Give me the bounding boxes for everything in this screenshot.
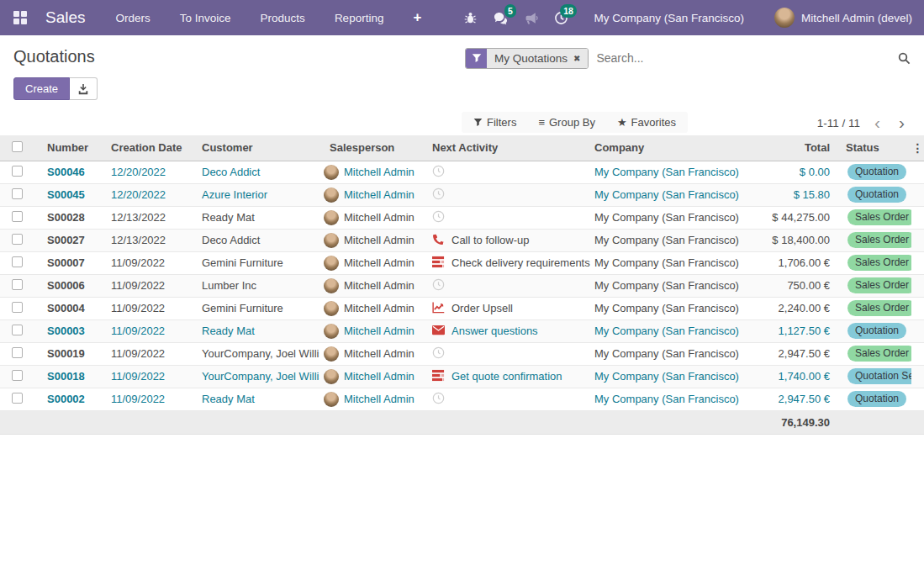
filter-facet-icon	[466, 49, 487, 68]
table-row[interactable]: S00027 12/13/2022 Deco Addict Mitchell A…	[0, 229, 924, 251]
status-badge: Sales Order	[847, 209, 911, 225]
tasks-icon[interactable]	[432, 369, 445, 384]
header-status[interactable]: Status	[836, 135, 911, 161]
header-total[interactable]: Total	[758, 135, 836, 161]
cell-creation-date: 11/09/2022	[101, 251, 192, 274]
header-company[interactable]: Company	[590, 135, 758, 161]
apps-menu-icon[interactable]	[13, 11, 27, 24]
company-switcher[interactable]: My Company (San Francisco)	[594, 12, 744, 24]
row-checkbox[interactable]	[12, 256, 23, 267]
status-badge: Sales Order	[847, 255, 911, 271]
header-creation-date[interactable]: Creation Date	[101, 135, 192, 161]
clock-icon[interactable]	[432, 392, 445, 407]
row-checkbox[interactable]	[12, 347, 23, 358]
cell-salesperson: Mitchell Admin	[344, 188, 414, 201]
activities-badge: 18	[560, 4, 578, 18]
status-badge: Sales Order	[847, 300, 911, 316]
quotations-table: Number Creation Date Customer Salesperso…	[0, 135, 924, 435]
salesperson-avatar	[324, 187, 339, 203]
group-by-button[interactable]: ≡ Group By	[538, 116, 595, 129]
cell-activity: Answer questions	[451, 325, 538, 337]
menu-reporting[interactable]: Reporting	[335, 12, 384, 24]
table-row[interactable]: S00018 11/09/2022 YourCompany, Joel Will…	[0, 365, 924, 388]
select-all-checkbox[interactable]	[12, 141, 23, 152]
status-badge: Quotation	[847, 164, 906, 180]
row-checkbox[interactable]	[12, 211, 23, 222]
cell-number: S00007	[37, 251, 101, 274]
app-brand[interactable]: Sales	[45, 8, 86, 27]
menu-orders[interactable]: Orders	[116, 12, 150, 24]
chart-icon[interactable]	[432, 301, 445, 316]
cell-activity: Order Upsell	[451, 302, 513, 314]
clock-icon[interactable]	[432, 187, 445, 203]
cell-company: My Company (San Francisco)	[590, 388, 758, 410]
clock-icon[interactable]	[432, 346, 445, 362]
search-facet: My Quotations ✖	[465, 48, 589, 69]
pager-previous-icon[interactable]: ‹	[870, 116, 884, 129]
activities-icon[interactable]: 18	[552, 8, 570, 27]
messages-icon[interactable]: 5	[491, 8, 510, 27]
row-checkbox[interactable]	[12, 370, 23, 381]
clock-icon[interactable]	[432, 278, 445, 293]
cell-number: S00002	[37, 388, 101, 410]
table-row[interactable]: S00002 11/09/2022 Ready Mat Mitchell Adm…	[0, 388, 924, 410]
facet-remove-icon[interactable]: ✖	[573, 54, 580, 63]
favorites-button[interactable]: ★ Favorites	[617, 116, 676, 129]
salesperson-avatar	[324, 324, 339, 339]
cell-total: $ 44,275.00	[758, 206, 836, 229]
cell-customer: Lumber Inc	[192, 274, 319, 297]
row-checkbox[interactable]	[12, 302, 23, 313]
create-button[interactable]: Create	[13, 77, 70, 100]
table-row[interactable]: S00046 12/20/2022 Deco Addict Mitchell A…	[0, 161, 924, 183]
menu-to-invoice[interactable]: To Invoice	[180, 12, 231, 24]
row-checkbox[interactable]	[12, 234, 23, 245]
pager-next-icon[interactable]: ›	[895, 116, 909, 129]
clock-icon[interactable]	[432, 165, 445, 180]
optional-columns-icon[interactable]: ⋮	[911, 135, 924, 161]
tasks-icon[interactable]	[432, 256, 445, 271]
table-row[interactable]: S00003 11/09/2022 Ready Mat Mitchell Adm…	[0, 319, 924, 342]
table-row[interactable]: S00004 11/09/2022 Gemini Furniture Mitch…	[0, 297, 924, 319]
cell-total: 750.00 €	[758, 274, 836, 297]
clock-icon[interactable]	[432, 210, 445, 225]
search-input[interactable]: Search...	[596, 51, 898, 65]
cell-salesperson: Mitchell Admin	[344, 325, 414, 337]
cell-salesperson: Mitchell Admin	[344, 370, 414, 383]
header-customer[interactable]: Customer	[192, 135, 319, 161]
header-number[interactable]: Number	[37, 135, 101, 161]
cell-salesperson: Mitchell Admin	[344, 166, 414, 178]
cell-company: My Company (San Francisco)	[590, 229, 758, 251]
row-checkbox[interactable]	[12, 166, 23, 177]
cell-salesperson: Mitchell Admin	[344, 302, 414, 314]
user-menu[interactable]: Mitchell Admin (devel)	[801, 12, 912, 24]
filters-button[interactable]: Filters	[473, 116, 516, 129]
table-row[interactable]: S00007 11/09/2022 Gemini Furniture Mitch…	[0, 251, 924, 274]
cell-total: $ 18,400.00	[758, 229, 836, 251]
add-menu-icon[interactable]: +	[413, 9, 421, 26]
cell-total: $ 0.00	[758, 161, 836, 183]
row-checkbox[interactable]	[12, 279, 23, 290]
cell-number: S00019	[37, 342, 101, 365]
phone-icon[interactable]	[432, 233, 445, 248]
row-checkbox[interactable]	[12, 188, 23, 199]
menu-products[interactable]: Products	[261, 12, 305, 24]
table-row[interactable]: S00028 12/13/2022 Ready Mat Mitchell Adm…	[0, 206, 924, 229]
cell-creation-date: 11/09/2022	[101, 365, 192, 388]
quotation-table-body: S00046 12/20/2022 Deco Addict Mitchell A…	[0, 161, 924, 410]
header-salesperson[interactable]: Salesperson	[319, 135, 422, 161]
table-row[interactable]: S00045 12/20/2022 Azure Interior Mitchel…	[0, 183, 924, 206]
table-row[interactable]: S00006 11/09/2022 Lumber Inc Mitchell Ad…	[0, 274, 924, 297]
row-checkbox[interactable]	[12, 393, 23, 404]
pager-range: 1-11 / 11	[817, 117, 860, 129]
cell-activity: Check delivery requirements	[451, 256, 590, 269]
header-next-activity[interactable]: Next Activity	[422, 135, 590, 161]
table-row[interactable]: S00019 11/09/2022 YourCompany, Joel Will…	[0, 342, 924, 365]
cell-customer: Azure Interior	[192, 183, 319, 206]
envelope-icon[interactable]	[432, 324, 445, 339]
user-avatar[interactable]	[774, 8, 795, 28]
search-icon[interactable]	[898, 52, 911, 65]
export-button[interactable]	[70, 77, 98, 100]
bug-icon[interactable]	[461, 8, 479, 27]
announcement-icon[interactable]	[521, 8, 540, 27]
row-checkbox[interactable]	[12, 325, 23, 335]
